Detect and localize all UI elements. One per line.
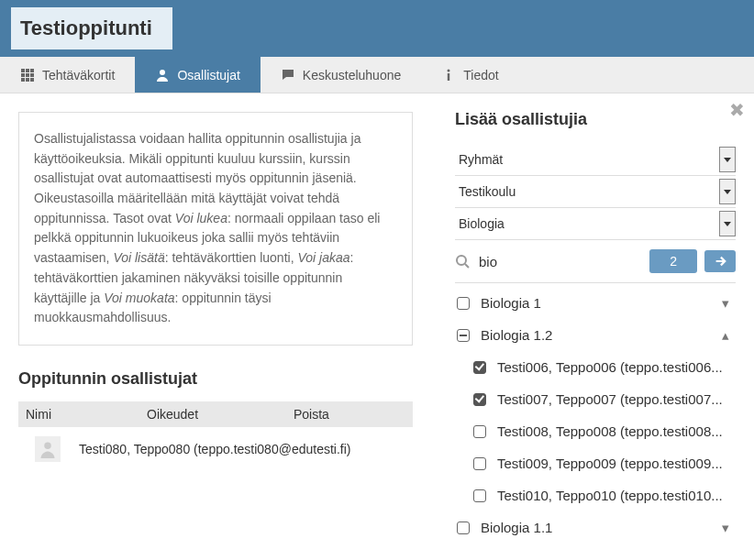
- svg-point-13: [457, 256, 466, 265]
- participants-heading: Oppitunnin osallistujat: [18, 369, 413, 389]
- search-icon: [455, 254, 470, 269]
- tab-info[interactable]: Tiedot: [421, 57, 518, 93]
- checkbox-icon[interactable]: [473, 425, 486, 438]
- info-icon: [441, 68, 456, 82]
- svg-rect-11: [448, 73, 449, 81]
- col-rights: Oikeudet: [147, 407, 294, 422]
- select-school[interactable]: Testikoulu: [455, 176, 736, 208]
- add-heading: Lisää osallistujia: [455, 110, 736, 129]
- svg-line-14: [465, 264, 469, 268]
- svg-rect-0: [21, 69, 25, 72]
- chevron-down-icon[interactable]: ▾: [719, 295, 732, 312]
- svg-rect-7: [26, 78, 29, 82]
- submit-search-button[interactable]: [704, 250, 736, 272]
- svg-rect-1: [26, 69, 29, 72]
- checkbox-icon[interactable]: [473, 457, 486, 470]
- close-icon[interactable]: ✖: [729, 101, 745, 119]
- tab-participants[interactable]: Osallistujat: [135, 57, 260, 93]
- item-label: Testi010, Teppo010 (teppo.testi010...: [497, 488, 723, 503]
- tree-group[interactable]: Biologia 1.2▴: [455, 319, 736, 351]
- grid-icon: [20, 68, 35, 82]
- checkbox-icon[interactable]: [457, 329, 470, 342]
- search-input[interactable]: [479, 254, 589, 269]
- right-pane: ✖ Lisää osallistujia Ryhmät Testikoulu B…: [431, 93, 754, 560]
- page-title: Testioppitunti: [11, 7, 172, 49]
- table-row[interactable]: Testi080, Teppo080 (teppo.testi080@edute…: [18, 427, 413, 462]
- tree-item[interactable]: Testi010, Teppo010 (teppo.testi010...: [455, 479, 736, 511]
- checkbox-icon[interactable]: [473, 489, 486, 502]
- select-subject[interactable]: Biologia: [455, 208, 736, 240]
- tabbar: Tehtäväkortit Osallistujat Keskusteluhuo…: [0, 57, 754, 93]
- svg-point-10: [448, 69, 450, 71]
- item-label: Testi008, Teppo008 (teppo.testi008...: [497, 423, 723, 439]
- item-label: Testi009, Teppo009 (teppo.testi009...: [497, 456, 723, 471]
- left-pane: Osallistujalistassa voidaan hallita oppi…: [0, 93, 431, 560]
- group-label: Biologia 1: [481, 295, 541, 311]
- user-icon: [155, 68, 170, 82]
- group-label: Biologia 1.1: [481, 520, 552, 535]
- tree-item[interactable]: Testi009, Teppo009 (teppo.testi009...: [455, 447, 736, 479]
- tab-label: Tehtäväkortit: [42, 68, 115, 82]
- tree-item[interactable]: Testi008, Teppo008 (teppo.testi008...: [455, 415, 736, 447]
- chat-icon: [281, 68, 295, 82]
- tab-chat[interactable]: Keskusteluhuone: [261, 57, 421, 93]
- item-label: Testi007, Teppo007 (teppo.testi007...: [497, 391, 723, 407]
- item-label: Testi006, Teppo006 (teppo.testi006...: [497, 359, 723, 375]
- tab-label: Tiedot: [463, 68, 498, 82]
- info-box: Osallistujalistassa voidaan hallita oppi…: [18, 112, 413, 346]
- chevron-down-icon[interactable]: ▾: [719, 520, 732, 536]
- svg-rect-4: [26, 73, 29, 77]
- col-name: Nimi: [18, 407, 147, 422]
- app-header: Testioppitunti: [0, 0, 754, 57]
- tab-tasks[interactable]: Tehtäväkortit: [0, 57, 135, 93]
- tab-label: Osallistujat: [177, 68, 239, 82]
- select-label: Biologia: [459, 216, 505, 231]
- search-row: 2: [455, 240, 736, 283]
- svg-rect-5: [30, 73, 34, 77]
- select-label: Ryhmät: [459, 152, 503, 167]
- tree-item[interactable]: Testi006, Teppo006 (teppo.testi006...: [455, 351, 736, 383]
- tree-item[interactable]: Testi007, Teppo007 (teppo.testi007...: [455, 383, 736, 415]
- checkbox-icon[interactable]: [457, 297, 470, 310]
- svg-point-9: [160, 70, 165, 75]
- svg-rect-2: [30, 69, 34, 72]
- chevron-up-icon[interactable]: ▴: [719, 327, 732, 344]
- checkbox-icon[interactable]: [473, 361, 486, 374]
- group-label: Biologia 1.2: [481, 327, 552, 343]
- chevron-down-icon[interactable]: [719, 147, 736, 172]
- chevron-down-icon[interactable]: [719, 179, 736, 204]
- svg-rect-6: [21, 78, 25, 82]
- checkbox-icon[interactable]: [457, 522, 470, 534]
- select-groups[interactable]: Ryhmät: [455, 144, 736, 176]
- participant-label: Testi080, Teppo080 (teppo.testi080@edute…: [79, 442, 350, 456]
- checkbox-icon[interactable]: [473, 393, 486, 406]
- svg-rect-3: [21, 73, 25, 77]
- main: Osallistujalistassa voidaan hallita oppi…: [0, 93, 754, 560]
- select-label: Testikoulu: [459, 184, 516, 199]
- svg-rect-8: [30, 78, 34, 82]
- tree-group[interactable]: Biologia 1.1▾: [455, 511, 736, 544]
- avatar: [35, 436, 61, 462]
- result-count-badge: 2: [649, 249, 697, 273]
- tree-group[interactable]: Biologia 1▾: [455, 287, 736, 319]
- table-header: Nimi Oikeudet Poista: [18, 401, 413, 427]
- chevron-down-icon[interactable]: [719, 211, 736, 236]
- tab-label: Keskusteluhuone: [303, 68, 401, 82]
- group-tree: Biologia 1▾Biologia 1.2▴Testi006, Teppo0…: [455, 287, 736, 544]
- svg-point-12: [44, 442, 51, 449]
- col-remove: Poista: [294, 407, 413, 422]
